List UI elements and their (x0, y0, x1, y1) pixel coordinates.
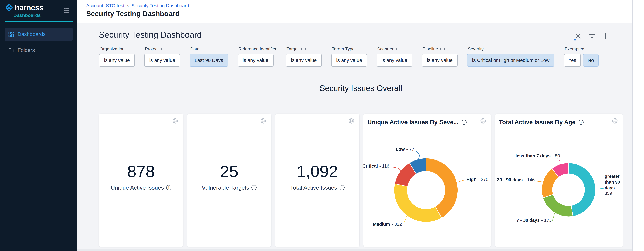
filter-value-button[interactable]: is any value (286, 54, 322, 67)
info-icon[interactable]: i (166, 185, 171, 190)
filter-value-button[interactable]: Last 90 Days (190, 54, 228, 67)
metric-value: 878 (127, 163, 155, 180)
chart-title: Unique Active Issues By Seve... (368, 119, 458, 126)
module-grid-icon[interactable] (63, 8, 69, 14)
sidebar-item-label: Dashboards (18, 31, 46, 37)
leader-line-high (457, 180, 465, 182)
metric-label: Total Active Issues (290, 184, 337, 191)
filter-value-button[interactable]: is any value (238, 54, 274, 67)
chart-card-issues-by-severity: Unique Active Issues By Seve... i (364, 114, 491, 247)
filter-target-type: Target Type is any value (331, 46, 367, 67)
chart-card-issues-by-age: Total Active Issues By Age i (495, 114, 623, 247)
breadcrumb-chevron-icon: › (127, 3, 129, 8)
filter-label: Severity (468, 46, 484, 52)
filter-severity: Severity is Critical or High or Medium o… (467, 46, 554, 67)
dashboard-title: Security Testing Dashboard (99, 30, 623, 40)
filter-value-button[interactable]: is any value (331, 54, 367, 67)
exempted-yes-button[interactable]: Yes (564, 54, 580, 67)
metric-card-total-active-issues: 1,092 Total Active Issues i (275, 114, 359, 247)
filter-project: Project is any value (144, 46, 180, 67)
sidebar-item-label: Folders (18, 47, 35, 53)
metric-card-vulnerable-targets: 25 Vulnerable Targets i (187, 114, 271, 247)
sidebar-divider (5, 21, 73, 21)
right-gutter (632, 0, 644, 251)
info-icon[interactable]: i (340, 185, 344, 190)
filter-pipeline: Pipeline is any value (422, 46, 458, 67)
breadcrumb: Account: STO test › Security Testing Das… (86, 3, 189, 8)
filter-label: Scanner (377, 46, 394, 52)
metric-body: 25 Vulnerable Targets i (187, 110, 271, 244)
sidebar-nav: Dashboards Folders (0, 27, 78, 55)
filter-label: Organization (100, 46, 124, 52)
filter-label: Target Type (332, 46, 355, 52)
filter-value-button[interactable]: is any value (144, 54, 180, 67)
info-icon[interactable]: i (578, 120, 584, 125)
link-icon (396, 48, 400, 50)
leader-line-less-than-7-days (557, 158, 560, 165)
close-icon[interactable] (575, 33, 581, 39)
link-icon (161, 48, 166, 50)
folder-icon (8, 48, 14, 53)
slice-label-low: Low- 77 (396, 147, 414, 152)
section-title: Security Issues Overall (99, 83, 623, 93)
main-area: Account: STO test › Security Testing Das… (78, 0, 644, 251)
kebab-menu-icon[interactable] (603, 33, 609, 39)
slice-medium[interactable] (394, 184, 442, 222)
slice-greater-than-90-days[interactable] (568, 163, 595, 216)
metric-card-unique-active-issues: 878 Unique Active Issues i (99, 114, 183, 247)
harness-logo-icon (5, 3, 14, 12)
globe-icon[interactable] (612, 118, 618, 124)
filter-label: Reference Identifier (238, 46, 276, 52)
filter-value-button[interactable]: is Critical or High or Medium or Low (467, 54, 554, 67)
filter-value-button[interactable]: is any value (376, 54, 412, 67)
filter-scanner: Scanner is any value (376, 46, 412, 67)
sidebar-item-dashboards[interactable]: Dashboards (5, 27, 73, 41)
filter-organization: Organization is any value (99, 46, 135, 67)
link-icon (301, 48, 306, 50)
info-icon[interactable]: i (252, 185, 256, 190)
slice-7-30-days[interactable] (543, 195, 573, 217)
sidebar-item-folders[interactable]: Folders (5, 45, 73, 55)
filter-label: Date (190, 46, 200, 52)
metric-label: Vulnerable Targets (202, 184, 249, 191)
slice-label-7-30-days: 7 - 30 days- 173 (516, 218, 552, 223)
filter-exempted: Exempted Yes No (564, 46, 598, 67)
filter-target: Target is any value (286, 46, 322, 67)
page-header: Account: STO test › Security Testing Das… (78, 0, 644, 23)
leader-line-low (416, 151, 420, 159)
leader-line-medium (404, 215, 407, 223)
metric-body: 1,092 Total Active Issues i (275, 110, 359, 244)
globe-icon[interactable] (480, 118, 486, 124)
slice-label-30-90-days: 30 - 90 days- 146 (497, 177, 535, 183)
filter-label: Target (286, 46, 298, 52)
filter-reference-identifier: Reference Identifier is any value (238, 46, 276, 67)
breadcrumb-account-link[interactable]: Account: STO test (86, 3, 124, 8)
metric-body: 878 Unique Active Issues i (99, 110, 183, 244)
globe-icon[interactable] (348, 118, 354, 124)
breadcrumb-current-link[interactable]: Security Testing Dashboard (132, 3, 189, 8)
chart-title: Total Active Issues By Age (499, 119, 576, 126)
filter-icon[interactable] (589, 33, 595, 39)
globe-icon[interactable] (172, 118, 178, 124)
filter-value-button[interactable]: is any value (99, 54, 135, 67)
metric-value: 1,092 (297, 163, 338, 180)
slice-label-less-than-7-days: less than 7 days- 80 (516, 153, 560, 159)
info-icon[interactable]: i (462, 120, 466, 125)
leader-line-7-30-days (552, 213, 554, 221)
filter-value-button[interactable]: is any value (422, 54, 458, 67)
cards-row: 878 Unique Active Issues i (99, 114, 623, 247)
globe-icon[interactable] (260, 118, 266, 124)
filter-label: Exempted (564, 46, 584, 52)
slice-label-high: High- 370 (466, 177, 488, 182)
filter-label: Pipeline (422, 46, 438, 52)
exempted-no-button[interactable]: No (583, 54, 598, 67)
metric-label: Unique Active Issues (111, 184, 164, 191)
link-icon (440, 48, 445, 50)
filter-date: Date Last 90 Days (190, 46, 228, 67)
dashboard-panel: Security Testing Dashboard Organization … (78, 23, 632, 251)
leader-line-30-90-days (534, 181, 543, 182)
sidebar: harness Dashboards Dashboards (0, 0, 78, 251)
dashboards-icon (8, 32, 14, 37)
slice-label-medium: Medium- 322 (373, 222, 402, 227)
dashboard-actions (575, 33, 609, 39)
